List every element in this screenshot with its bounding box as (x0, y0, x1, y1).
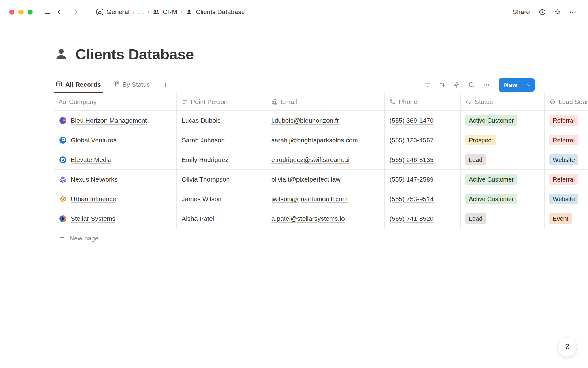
view-controls: New (421, 77, 535, 93)
phone-cell[interactable]: (555) 246-8135 (385, 150, 461, 169)
lead-source-cell[interactable]: Website (545, 150, 588, 169)
view-options-button[interactable] (480, 79, 492, 91)
breadcrumb-item-crm[interactable]: CRM (153, 8, 177, 16)
forward-button[interactable] (68, 6, 81, 18)
ellipsis-icon (483, 81, 490, 89)
company-cell[interactable]: Stellar Systems (54, 209, 177, 228)
email-cell[interactable]: a.patel@stellarsystems.io (266, 209, 385, 228)
column-header-point-person[interactable]: Point Person (177, 93, 266, 110)
phone-link[interactable]: (555) 123-4567 (390, 136, 434, 144)
lead-source-badge: Referral (549, 174, 578, 185)
back-button[interactable] (55, 6, 67, 18)
email-cell[interactable]: jwilson@quantumquill.com (266, 189, 385, 209)
lead-source-cell[interactable]: Referral (545, 111, 588, 130)
close-window-button[interactable] (9, 10, 14, 15)
new-button[interactable]: New (499, 78, 535, 92)
status-cell[interactable]: Lead (461, 150, 545, 169)
new-button-label[interactable]: New (499, 78, 523, 92)
status-cell[interactable]: Active Customer (461, 189, 545, 209)
tab-all-records[interactable]: All Records (54, 77, 103, 93)
point-person-cell[interactable]: Sarah Johnson (177, 130, 266, 150)
breadcrumb-item-clients-database[interactable]: Clients Database (186, 8, 245, 16)
status-cell[interactable]: Active Customer (461, 170, 545, 189)
chevron-down-icon[interactable] (523, 78, 535, 92)
status-badge: Active Customer (466, 194, 517, 204)
email-cell[interactable]: l.dubois@bleuhorizon.fr (266, 111, 385, 130)
column-header-email[interactable]: @ Email (266, 93, 385, 110)
sort-arrows-icon (439, 81, 446, 89)
email-link[interactable]: olivia.t@pixelperfect.law (271, 176, 341, 183)
email-cell[interactable]: sarah.j@brightsparksolns.com (266, 130, 385, 150)
email-cell[interactable]: olivia.t@pixelperfect.law (266, 170, 385, 189)
breadcrumb-item-general[interactable]: General (96, 8, 130, 16)
email-link[interactable]: sarah.j@brightsparksolns.com (271, 136, 358, 144)
ai-assistant-button[interactable] (557, 337, 577, 357)
phone-cell[interactable]: (555) 753-9514 (385, 189, 461, 209)
status-badge: Active Customer (466, 174, 517, 185)
status-cell[interactable]: Prospect (461, 130, 545, 150)
breadcrumb-item-collapsed[interactable]: … (138, 8, 144, 16)
search-button[interactable] (466, 79, 478, 91)
company-link[interactable]: Bleu Horizon Management (71, 117, 147, 124)
company-cell[interactable]: Nexus Networks (54, 170, 177, 189)
point-person-cell[interactable]: Lucas Dubois (177, 111, 266, 130)
point-person-cell[interactable]: Aisha Patel (177, 209, 266, 228)
status-cell[interactable]: Lead (461, 209, 545, 228)
lead-source-cell[interactable]: Referral (545, 170, 588, 189)
favorite-button[interactable] (551, 6, 564, 18)
column-header-company[interactable]: Aa Company (54, 93, 177, 110)
email-link[interactable]: jwilson@quantumquill.com (271, 195, 348, 203)
column-header-phone[interactable]: Phone (385, 93, 461, 110)
phone-link[interactable]: (555) 147-2589 (390, 176, 434, 183)
phone-link[interactable]: (555) 369-1470 (390, 117, 434, 124)
clock-icon (538, 8, 546, 16)
status-cell[interactable]: Active Customer (461, 111, 545, 130)
add-view-button[interactable] (160, 79, 171, 90)
tab-by-status[interactable]: By Status (111, 77, 152, 93)
zoom-window-button[interactable] (28, 10, 33, 15)
email-cell[interactable]: e.rodriguez@swiftstream.ai (266, 150, 385, 169)
email-link[interactable]: a.patel@stellarsystems.io (271, 215, 345, 222)
new-page-label: New page (70, 235, 99, 242)
company-cell[interactable]: Urban Influence (54, 189, 177, 209)
breadcrumb-label: General (107, 8, 130, 16)
person-icon (54, 47, 69, 62)
company-link[interactable]: Elevate Media (71, 156, 111, 163)
lead-source-cell[interactable]: Referral (545, 130, 588, 150)
phone-cell[interactable]: (555) 147-2589 (385, 170, 461, 189)
status-icon (466, 99, 472, 105)
company-link[interactable]: Urban Influence (71, 195, 116, 203)
company-link[interactable]: Stellar Systems (71, 215, 115, 222)
company-cell[interactable]: Elevate Media (54, 150, 177, 169)
company-cell[interactable]: Global Ventures (54, 130, 177, 150)
share-button[interactable]: Share (510, 6, 533, 17)
phone-link[interactable]: (555) 246-8135 (390, 156, 434, 163)
column-header-status[interactable]: Status (461, 93, 545, 110)
sort-button[interactable] (436, 79, 448, 91)
phone-link[interactable]: (555) 741-8520 (390, 215, 434, 222)
company-link[interactable]: Global Ventures (71, 136, 116, 144)
phone-cell[interactable]: (555) 123-4567 (385, 130, 461, 150)
updates-button[interactable] (536, 6, 548, 18)
point-person-cell[interactable]: James Wilson (177, 189, 266, 209)
company-cell[interactable]: Bleu Horizon Management (54, 111, 177, 130)
point-person-cell[interactable]: Emily Rodriguez (177, 150, 266, 169)
automations-button[interactable] (451, 79, 463, 91)
filter-button[interactable] (421, 79, 434, 91)
sidebar-toggle-button[interactable] (41, 6, 54, 18)
email-link[interactable]: l.dubois@bleuhorizon.fr (271, 117, 339, 124)
minimize-window-button[interactable] (18, 10, 24, 15)
status-badge: Prospect (466, 135, 496, 145)
more-options-button[interactable] (567, 6, 579, 18)
column-header-lead-source[interactable]: Lead Source (545, 93, 588, 110)
company-link[interactable]: Nexus Networks (71, 176, 118, 183)
point-person-cell[interactable]: Olivia Thompson (177, 170, 266, 189)
phone-link[interactable]: (555) 753-9514 (390, 195, 434, 203)
lead-source-cell[interactable]: Event (545, 209, 588, 228)
new-page-button[interactable] (82, 6, 94, 18)
phone-cell[interactable]: (555) 741-8520 (385, 209, 461, 228)
email-link[interactable]: e.rodriguez@swiftstream.ai (271, 156, 349, 163)
lead-source-cell[interactable]: Website (545, 189, 588, 209)
new-page-row[interactable]: New page (54, 228, 588, 248)
phone-cell[interactable]: (555) 369-1470 (385, 111, 461, 130)
